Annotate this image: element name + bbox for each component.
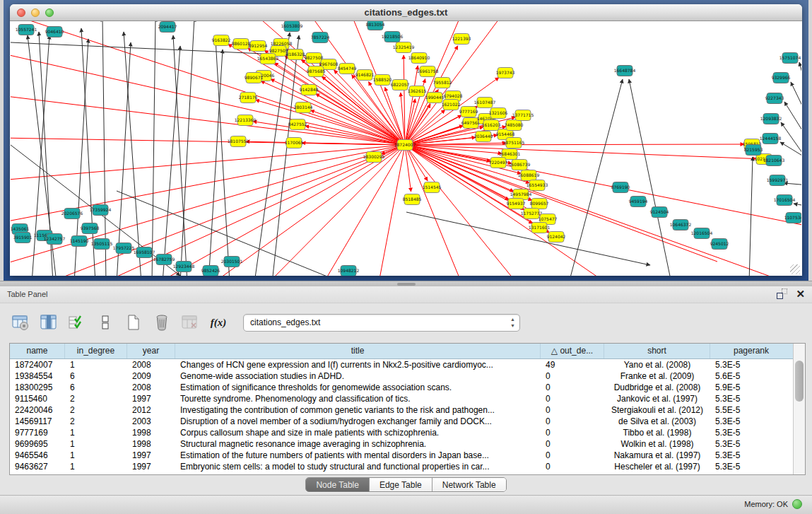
column-header-title[interactable]: title	[175, 344, 541, 358]
network-node[interactable]: 8813054	[366, 21, 385, 30]
cell-in_degree[interactable]: 1	[65, 450, 127, 461]
network-node[interactable]: 18751165	[503, 138, 525, 148]
network-node[interactable]: 10948212	[338, 266, 360, 276]
network-node[interactable]: 9124042	[547, 232, 566, 243]
cell-in_degree[interactable]: 2	[65, 393, 127, 404]
network-node[interactable]: 12325419	[393, 42, 415, 53]
cell-year[interactable]: 2009	[127, 370, 175, 382]
network-node[interactable]: 8518485	[403, 194, 422, 205]
cell-year[interactable]: 1997	[127, 450, 175, 461]
tab-edge-table[interactable]: Edge Table	[370, 478, 433, 491]
network-node[interactable]: 10646372	[670, 220, 692, 230]
cell-in_degree[interactable]: 1	[65, 427, 127, 438]
cell-pagerank[interactable]: 5.3E-5	[710, 416, 792, 427]
cell-short[interactable]: Stergiakouli et al. (2012)	[604, 404, 710, 416]
network-node[interactable]: 12342757	[44, 234, 66, 245]
cell-in_degree[interactable]: 1	[65, 359, 127, 370]
table-row[interactable]: 1872400712008Changes of HCN gene express…	[10, 359, 793, 370]
float-panel-icon[interactable]	[777, 288, 787, 299]
network-node[interactable]: 9142848	[300, 85, 319, 95]
cell-title[interactable]: Tourette syndrome. Phenomenology and cla…	[175, 393, 541, 404]
cell-short[interactable]: de Silva et al. (2003)	[604, 416, 710, 427]
network-node[interactable]: 16961758	[417, 66, 439, 77]
cell-out_degree[interactable]: 0	[541, 382, 604, 393]
network-node[interactable]: 9245012	[710, 239, 729, 250]
cell-out_degree[interactable]: 0	[541, 427, 604, 438]
cell-out_degree[interactable]: 0	[541, 404, 604, 416]
network-node[interactable]: 1107534	[784, 213, 801, 223]
network-node[interactable]: 12016504	[691, 228, 713, 239]
column-header-out_degree[interactable]: △ out_de...	[541, 344, 604, 358]
cell-name[interactable]: 9115460	[10, 393, 65, 404]
cell-short[interactable]: Jankovic et al. (1997)	[604, 393, 710, 404]
cell-out_degree[interactable]: 0	[541, 416, 604, 427]
cell-name[interactable]: 9699695	[10, 438, 65, 450]
cell-pagerank[interactable]: 5.3E-5	[710, 450, 792, 461]
cell-in_degree[interactable]: 6	[65, 370, 127, 382]
cell-title[interactable]: Corpus callosum shape and size in male p…	[175, 427, 541, 438]
network-node[interactable]: 6822057	[391, 80, 410, 90]
table-selector-dropdown[interactable]: citations_edges.txt ▲▼	[243, 314, 520, 332]
network-node[interactable]: 1514545	[423, 182, 442, 193]
cell-name[interactable]: 14569117	[10, 416, 65, 427]
cell-name[interactable]: 9465546	[10, 450, 65, 461]
panel-splitter[interactable]	[0, 281, 812, 286]
cell-in_degree[interactable]: 2	[65, 416, 127, 427]
cell-in_degree[interactable]: 1	[65, 461, 127, 472]
table-row[interactable]: 946554611997Estimation of the future num…	[10, 450, 793, 461]
network-node[interactable]: 7857224	[311, 33, 330, 43]
table-row[interactable]: 1830029562008Estimation of significance …	[10, 382, 793, 393]
cell-title[interactable]: Investigating the contribution of common…	[175, 404, 541, 416]
cell-title[interactable]: Genome-wide association studies in ADHD.	[175, 370, 541, 382]
cell-short[interactable]: Wolkin et al. (1998)	[604, 438, 710, 450]
splitter-handle[interactable]	[397, 283, 416, 286]
network-node[interactable]: 7485080	[505, 120, 524, 131]
network-node[interactable]: 9397568	[81, 223, 100, 234]
network-node[interactable]: 9046410	[45, 27, 64, 37]
network-node[interactable]: 8860128	[232, 39, 251, 49]
column-header-name[interactable]: name	[10, 344, 65, 358]
network-node[interactable]: 12213369	[235, 115, 257, 126]
cell-out_degree[interactable]: 0	[541, 393, 604, 404]
network-node[interactable]: 16086739	[509, 160, 531, 170]
cell-short[interactable]: Yano et al. (2008)	[604, 359, 710, 370]
network-node[interactable]: 3915901	[13, 233, 33, 243]
cell-year[interactable]: 1997	[127, 461, 175, 472]
network-node[interactable]: 9875685	[307, 66, 326, 77]
network-node[interactable]: 15751074	[779, 53, 801, 64]
network-node[interactable]: 18210643	[763, 156, 785, 166]
network-node[interactable]: 7955812	[433, 78, 452, 88]
cell-short[interactable]: Dudbridge et al. (2008)	[604, 382, 710, 393]
cell-year[interactable]: 2008	[127, 382, 175, 393]
network-node[interactable]: 1221393	[452, 34, 471, 45]
network-node[interactable]: 16554933	[526, 180, 548, 191]
select-columns-button[interactable]	[68, 313, 86, 332]
network-node[interactable]: 17016504	[774, 195, 796, 206]
cell-name[interactable]: 18724007	[10, 359, 65, 370]
table-row[interactable]: 1938455462009Genome-wide association stu…	[10, 370, 793, 382]
network-node[interactable]: 8427552	[288, 119, 307, 130]
cell-name[interactable]: 9463627	[10, 461, 65, 472]
table-row[interactable]: 911546021997Tourette syndrome. Phenomeno…	[10, 393, 793, 404]
cell-pagerank[interactable]: 5.3E-5	[710, 427, 792, 438]
cell-in_degree[interactable]: 6	[65, 382, 127, 393]
create-column-button[interactable]	[11, 313, 30, 332]
network-node[interactable]: 9146821	[355, 70, 375, 81]
network-node[interactable]: 17359924	[90, 205, 112, 216]
cell-title[interactable]: Embryonic stem cells: a model to study s…	[175, 461, 541, 472]
network-node[interactable]: 9329966	[772, 73, 791, 83]
cell-in_degree[interactable]: 1	[65, 438, 127, 450]
network-node[interactable]: 10557241	[16, 25, 37, 35]
network-node[interactable]: 1621022	[442, 100, 461, 110]
network-node[interactable]: 16053809	[281, 21, 303, 32]
network-node[interactable]: 16543862	[257, 54, 279, 64]
network-node[interactable]: 12923448	[173, 262, 195, 272]
table-row[interactable]: 977716911998Corpus callosum shape and si…	[10, 427, 793, 438]
network-node[interactable]: 2803144	[294, 103, 313, 113]
network-node[interactable]: 1362615	[408, 86, 427, 97]
network-node[interactable]: 9163822	[212, 35, 231, 46]
cell-title[interactable]: Disruption of a novel member of a sodium…	[175, 416, 541, 427]
network-node[interactable]: 9459194	[629, 197, 648, 207]
network-node[interactable]: 8099657	[530, 199, 549, 209]
cell-short[interactable]: Hescheler et al. (1997)	[604, 461, 710, 472]
